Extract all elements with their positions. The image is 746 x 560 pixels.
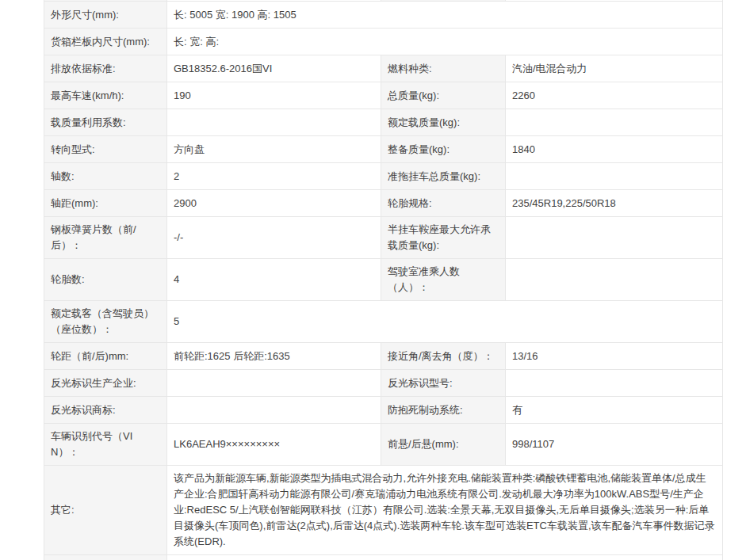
row-steering-type: 转向型式: 方向盘 整备质量(kg): 1840 <box>44 136 723 163</box>
spec-value: GB18352.6-2016国VI <box>167 55 381 82</box>
spec-value: 4 <box>167 259 381 301</box>
spec-label: 货箱栏板内尺寸(mm): <box>44 29 167 55</box>
row-track-width: 轮距（前/后)mm: 前轮距:1625 后轮距:1635 接近角/离去角（度）：… <box>44 343 723 370</box>
spec-value: 前轮距:1625 后轮距:1635 <box>167 343 381 370</box>
vehicle-spec-page: 外形尺寸(mm): 长: 5005 宽: 1900 高: 1505 货箱栏板内尺… <box>44 0 723 560</box>
vehicle-spec-table: 外形尺寸(mm): 长: 5005 宽: 1900 高: 1505 货箱栏板内尺… <box>44 0 723 560</box>
spec-label: 轮胎数: <box>44 259 167 301</box>
spec-label: 钢板弹簧片数（前/后）： <box>44 217 167 259</box>
spec-value: 190 <box>167 82 381 109</box>
spec-value: LK6AEAH9××××××××× <box>167 424 381 466</box>
spec-label: 整备质量(kg): <box>381 136 506 163</box>
spec-label: 其它: <box>44 466 167 555</box>
spec-value <box>167 109 381 136</box>
row-reflective-marking-manufacturer: 反光标识生产企业: 反光标识型号: <box>44 370 723 397</box>
row-leaf-spring-count: 钢板弹簧片数（前/后）： -/- 半挂车鞍座最大允许承载质量(kg): <box>44 217 723 259</box>
row-emission-standard: 排放依据标准: GB18352.6-2016国VI 燃料种类: 汽油/电混合动力 <box>44 55 723 82</box>
spec-value <box>167 370 381 397</box>
spec-label: 轴数: <box>44 163 167 190</box>
spec-label: 额定载质量(kg): <box>381 109 506 136</box>
spec-value: 有 <box>506 397 723 424</box>
spec-label: 准拖挂车总质量(kg): <box>381 163 506 190</box>
spec-value: 13/16 <box>506 343 723 370</box>
spec-value <box>506 109 723 136</box>
spec-value: 235/45R19,225/50R18 <box>506 190 723 217</box>
spec-label: 车辆识别代号（VIN）： <box>44 424 167 466</box>
row-wheelbase: 轴距(mm): 2900 轮胎规格: 235/45R19,225/50R18 <box>44 190 723 217</box>
spec-label: 轮胎规格: <box>381 190 506 217</box>
spec-value: 长: 宽: 高: <box>167 29 723 55</box>
row-overall-dimensions: 外形尺寸(mm): 长: 5005 宽: 1900 高: 1505 <box>44 2 723 29</box>
row-tire-count: 轮胎数: 4 驾驶室准乘人数（人）： <box>44 259 723 301</box>
spec-label: 最高车速(km/h): <box>44 82 167 109</box>
spec-value <box>506 163 723 190</box>
row-vin: 车辆识别代号（VIN）： LK6AEAH9××××××××× 前悬/后悬(mm)… <box>44 424 723 466</box>
spec-label: 防抱死制动系统: <box>381 397 506 424</box>
spec-value: 长: 5005 宽: 1900 高: 1505 <box>167 2 723 29</box>
row-reflective-marking-trademark: 反光标识商标: 防抱死制动系统: 有 <box>44 397 723 424</box>
spec-label: 总质量(kg): <box>381 82 506 109</box>
spec-label: 反光标识生产企业: <box>44 370 167 397</box>
row-other: 其它: 该产品为新能源车辆,新能源类型为插电式混合动力,允许外接充电.储能装置种… <box>44 466 723 555</box>
spec-label: 反光标识商标: <box>44 397 167 424</box>
spec-label: 接近角/离去角（度）： <box>381 343 506 370</box>
spec-value <box>167 555 723 560</box>
row-remarks: 说明: <box>44 555 723 560</box>
spec-value: 方向盘 <box>167 136 381 163</box>
spec-value: 2260 <box>506 82 723 109</box>
spec-label: 轴距(mm): <box>44 190 167 217</box>
spec-value: 2 <box>167 163 381 190</box>
spec-value: 5 <box>167 301 723 343</box>
spec-label: 转向型式: <box>44 136 167 163</box>
spec-label: 额定载客（含驾驶员）（座位数）： <box>44 301 167 343</box>
spec-label: 驾驶室准乘人数（人）： <box>381 259 506 301</box>
spec-value: 2900 <box>167 190 381 217</box>
spec-label: 半挂车鞍座最大允许承载质量(kg): <box>381 217 506 259</box>
spec-label: 说明: <box>44 555 167 560</box>
spec-value: 998/1107 <box>506 424 723 466</box>
row-seating-capacity: 额定载客（含驾驶员）（座位数）： 5 <box>44 301 723 343</box>
row-cargo-box-inner-dimensions: 货箱栏板内尺寸(mm): 长: 宽: 高: <box>44 29 723 55</box>
spec-value: -/- <box>167 217 381 259</box>
spec-label: 排放依据标准: <box>44 55 167 82</box>
spec-value <box>167 397 381 424</box>
spec-label: 轮距（前/后)mm: <box>44 343 167 370</box>
spec-value: 汽油/电混合动力 <box>506 55 723 82</box>
spec-value: 该产品为新能源车辆,新能源类型为插电式混合动力,允许外接充电.储能装置种类:磷酸… <box>167 466 723 555</box>
spec-label: 反光标识型号: <box>381 370 506 397</box>
spec-label: 燃料种类: <box>381 55 506 82</box>
spec-value <box>506 217 723 259</box>
spec-value <box>506 370 723 397</box>
spec-value <box>506 259 723 301</box>
row-max-speed: 最高车速(km/h): 190 总质量(kg): 2260 <box>44 82 723 109</box>
row-axle-count: 轴数: 2 准拖挂车总质量(kg): <box>44 163 723 190</box>
spec-label: 外形尺寸(mm): <box>44 2 167 29</box>
spec-value: 1840 <box>506 136 723 163</box>
spec-label: 前悬/后悬(mm): <box>381 424 506 466</box>
row-mass-utilization: 载质量利用系数: 额定载质量(kg): <box>44 109 723 136</box>
spec-label: 载质量利用系数: <box>44 109 167 136</box>
